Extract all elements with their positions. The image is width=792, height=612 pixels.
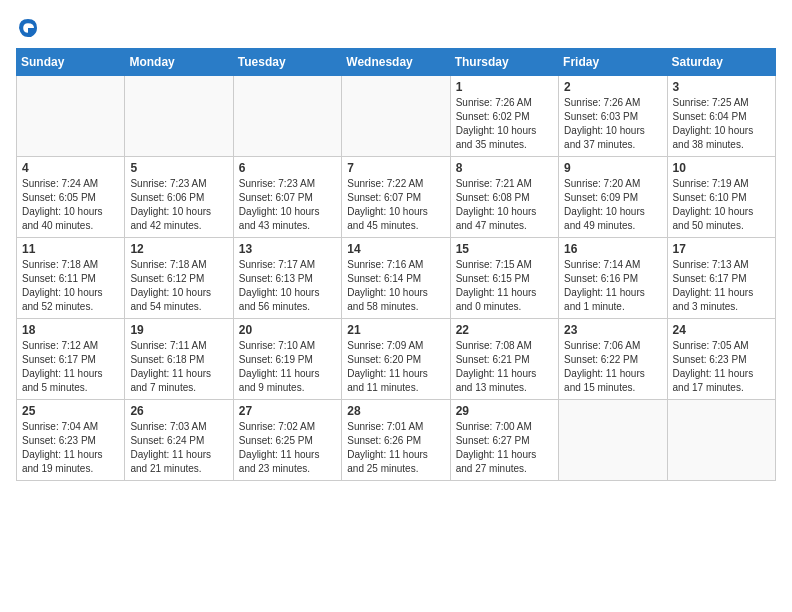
calendar-table: SundayMondayTuesdayWednesdayThursdayFrid… bbox=[16, 48, 776, 481]
day-number: 10 bbox=[673, 161, 770, 175]
cell-content: Sunrise: 7:26 AM Sunset: 6:02 PM Dayligh… bbox=[456, 96, 553, 152]
calendar-week-5: 25Sunrise: 7:04 AM Sunset: 6:23 PM Dayli… bbox=[17, 400, 776, 481]
calendar-cell: 23Sunrise: 7:06 AM Sunset: 6:22 PM Dayli… bbox=[559, 319, 667, 400]
cell-content: Sunrise: 7:02 AM Sunset: 6:25 PM Dayligh… bbox=[239, 420, 336, 476]
logo bbox=[16, 16, 44, 40]
day-number: 17 bbox=[673, 242, 770, 256]
calendar-cell bbox=[559, 400, 667, 481]
calendar-cell: 19Sunrise: 7:11 AM Sunset: 6:18 PM Dayli… bbox=[125, 319, 233, 400]
cell-content: Sunrise: 7:23 AM Sunset: 6:07 PM Dayligh… bbox=[239, 177, 336, 233]
calendar-cell: 6Sunrise: 7:23 AM Sunset: 6:07 PM Daylig… bbox=[233, 157, 341, 238]
cell-content: Sunrise: 7:14 AM Sunset: 6:16 PM Dayligh… bbox=[564, 258, 661, 314]
day-number: 29 bbox=[456, 404, 553, 418]
calendar-cell: 9Sunrise: 7:20 AM Sunset: 6:09 PM Daylig… bbox=[559, 157, 667, 238]
day-number: 12 bbox=[130, 242, 227, 256]
day-number: 13 bbox=[239, 242, 336, 256]
cell-content: Sunrise: 7:08 AM Sunset: 6:21 PM Dayligh… bbox=[456, 339, 553, 395]
day-number: 21 bbox=[347, 323, 444, 337]
calendar-cell: 8Sunrise: 7:21 AM Sunset: 6:08 PM Daylig… bbox=[450, 157, 558, 238]
day-number: 24 bbox=[673, 323, 770, 337]
cell-content: Sunrise: 7:20 AM Sunset: 6:09 PM Dayligh… bbox=[564, 177, 661, 233]
cell-content: Sunrise: 7:26 AM Sunset: 6:03 PM Dayligh… bbox=[564, 96, 661, 152]
calendar-cell: 20Sunrise: 7:10 AM Sunset: 6:19 PM Dayli… bbox=[233, 319, 341, 400]
cell-content: Sunrise: 7:01 AM Sunset: 6:26 PM Dayligh… bbox=[347, 420, 444, 476]
cell-content: Sunrise: 7:10 AM Sunset: 6:19 PM Dayligh… bbox=[239, 339, 336, 395]
day-number: 5 bbox=[130, 161, 227, 175]
header-tuesday: Tuesday bbox=[233, 49, 341, 76]
day-number: 14 bbox=[347, 242, 444, 256]
header-thursday: Thursday bbox=[450, 49, 558, 76]
cell-content: Sunrise: 7:18 AM Sunset: 6:12 PM Dayligh… bbox=[130, 258, 227, 314]
calendar-cell: 3Sunrise: 7:25 AM Sunset: 6:04 PM Daylig… bbox=[667, 76, 775, 157]
calendar-cell: 25Sunrise: 7:04 AM Sunset: 6:23 PM Dayli… bbox=[17, 400, 125, 481]
header-monday: Monday bbox=[125, 49, 233, 76]
calendar-cell: 24Sunrise: 7:05 AM Sunset: 6:23 PM Dayli… bbox=[667, 319, 775, 400]
calendar-cell: 15Sunrise: 7:15 AM Sunset: 6:15 PM Dayli… bbox=[450, 238, 558, 319]
cell-content: Sunrise: 7:04 AM Sunset: 6:23 PM Dayligh… bbox=[22, 420, 119, 476]
day-number: 25 bbox=[22, 404, 119, 418]
calendar-week-1: 1Sunrise: 7:26 AM Sunset: 6:02 PM Daylig… bbox=[17, 76, 776, 157]
cell-content: Sunrise: 7:13 AM Sunset: 6:17 PM Dayligh… bbox=[673, 258, 770, 314]
calendar-cell bbox=[233, 76, 341, 157]
calendar-cell: 4Sunrise: 7:24 AM Sunset: 6:05 PM Daylig… bbox=[17, 157, 125, 238]
header bbox=[16, 16, 776, 40]
cell-content: Sunrise: 7:24 AM Sunset: 6:05 PM Dayligh… bbox=[22, 177, 119, 233]
calendar-cell: 1Sunrise: 7:26 AM Sunset: 6:02 PM Daylig… bbox=[450, 76, 558, 157]
calendar-cell: 13Sunrise: 7:17 AM Sunset: 6:13 PM Dayli… bbox=[233, 238, 341, 319]
day-number: 20 bbox=[239, 323, 336, 337]
cell-content: Sunrise: 7:22 AM Sunset: 6:07 PM Dayligh… bbox=[347, 177, 444, 233]
day-number: 9 bbox=[564, 161, 661, 175]
calendar-cell: 17Sunrise: 7:13 AM Sunset: 6:17 PM Dayli… bbox=[667, 238, 775, 319]
cell-content: Sunrise: 7:00 AM Sunset: 6:27 PM Dayligh… bbox=[456, 420, 553, 476]
calendar-cell: 16Sunrise: 7:14 AM Sunset: 6:16 PM Dayli… bbox=[559, 238, 667, 319]
calendar-cell: 11Sunrise: 7:18 AM Sunset: 6:11 PM Dayli… bbox=[17, 238, 125, 319]
calendar-week-2: 4Sunrise: 7:24 AM Sunset: 6:05 PM Daylig… bbox=[17, 157, 776, 238]
calendar-cell bbox=[667, 400, 775, 481]
calendar-cell: 7Sunrise: 7:22 AM Sunset: 6:07 PM Daylig… bbox=[342, 157, 450, 238]
cell-content: Sunrise: 7:17 AM Sunset: 6:13 PM Dayligh… bbox=[239, 258, 336, 314]
calendar-cell: 29Sunrise: 7:00 AM Sunset: 6:27 PM Dayli… bbox=[450, 400, 558, 481]
header-saturday: Saturday bbox=[667, 49, 775, 76]
cell-content: Sunrise: 7:16 AM Sunset: 6:14 PM Dayligh… bbox=[347, 258, 444, 314]
calendar-week-4: 18Sunrise: 7:12 AM Sunset: 6:17 PM Dayli… bbox=[17, 319, 776, 400]
cell-content: Sunrise: 7:05 AM Sunset: 6:23 PM Dayligh… bbox=[673, 339, 770, 395]
calendar-cell: 27Sunrise: 7:02 AM Sunset: 6:25 PM Dayli… bbox=[233, 400, 341, 481]
calendar-cell: 22Sunrise: 7:08 AM Sunset: 6:21 PM Dayli… bbox=[450, 319, 558, 400]
calendar-cell: 5Sunrise: 7:23 AM Sunset: 6:06 PM Daylig… bbox=[125, 157, 233, 238]
cell-content: Sunrise: 7:18 AM Sunset: 6:11 PM Dayligh… bbox=[22, 258, 119, 314]
cell-content: Sunrise: 7:19 AM Sunset: 6:10 PM Dayligh… bbox=[673, 177, 770, 233]
cell-content: Sunrise: 7:15 AM Sunset: 6:15 PM Dayligh… bbox=[456, 258, 553, 314]
cell-content: Sunrise: 7:03 AM Sunset: 6:24 PM Dayligh… bbox=[130, 420, 227, 476]
logo-icon bbox=[16, 16, 40, 40]
calendar-cell: 28Sunrise: 7:01 AM Sunset: 6:26 PM Dayli… bbox=[342, 400, 450, 481]
day-number: 16 bbox=[564, 242, 661, 256]
day-number: 27 bbox=[239, 404, 336, 418]
day-number: 22 bbox=[456, 323, 553, 337]
day-number: 28 bbox=[347, 404, 444, 418]
day-number: 6 bbox=[239, 161, 336, 175]
cell-content: Sunrise: 7:25 AM Sunset: 6:04 PM Dayligh… bbox=[673, 96, 770, 152]
calendar-cell: 21Sunrise: 7:09 AM Sunset: 6:20 PM Dayli… bbox=[342, 319, 450, 400]
header-sunday: Sunday bbox=[17, 49, 125, 76]
header-friday: Friday bbox=[559, 49, 667, 76]
day-number: 7 bbox=[347, 161, 444, 175]
cell-content: Sunrise: 7:06 AM Sunset: 6:22 PM Dayligh… bbox=[564, 339, 661, 395]
calendar-week-3: 11Sunrise: 7:18 AM Sunset: 6:11 PM Dayli… bbox=[17, 238, 776, 319]
day-number: 15 bbox=[456, 242, 553, 256]
cell-content: Sunrise: 7:21 AM Sunset: 6:08 PM Dayligh… bbox=[456, 177, 553, 233]
cell-content: Sunrise: 7:23 AM Sunset: 6:06 PM Dayligh… bbox=[130, 177, 227, 233]
day-number: 19 bbox=[130, 323, 227, 337]
calendar-header-row: SundayMondayTuesdayWednesdayThursdayFrid… bbox=[17, 49, 776, 76]
day-number: 3 bbox=[673, 80, 770, 94]
calendar-cell: 12Sunrise: 7:18 AM Sunset: 6:12 PM Dayli… bbox=[125, 238, 233, 319]
calendar-cell bbox=[17, 76, 125, 157]
calendar-cell: 26Sunrise: 7:03 AM Sunset: 6:24 PM Dayli… bbox=[125, 400, 233, 481]
day-number: 26 bbox=[130, 404, 227, 418]
day-number: 23 bbox=[564, 323, 661, 337]
calendar-cell: 18Sunrise: 7:12 AM Sunset: 6:17 PM Dayli… bbox=[17, 319, 125, 400]
day-number: 8 bbox=[456, 161, 553, 175]
day-number: 18 bbox=[22, 323, 119, 337]
header-wednesday: Wednesday bbox=[342, 49, 450, 76]
cell-content: Sunrise: 7:12 AM Sunset: 6:17 PM Dayligh… bbox=[22, 339, 119, 395]
calendar-cell bbox=[342, 76, 450, 157]
